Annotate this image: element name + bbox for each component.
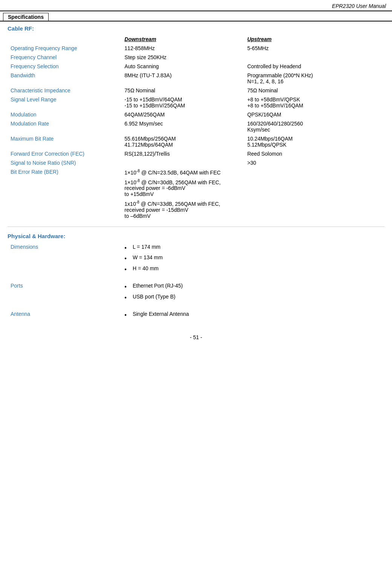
row-downstream xyxy=(121,158,244,167)
phys-label: Antenna xyxy=(8,309,121,323)
list-item: • Ethernet Port (RJ-45) xyxy=(124,283,381,291)
bullet-icon: • xyxy=(124,244,127,252)
page-number: - 51 - xyxy=(8,334,384,340)
row-upstream: QPSK/16QAM xyxy=(244,110,384,119)
antenna-list: • Single External Antenna xyxy=(124,311,381,319)
phys-label: Dimensions xyxy=(8,242,121,277)
table-row: Characteristic Impedance 75Ω Nominal 75Ω… xyxy=(8,86,384,95)
bullet-icon: • xyxy=(124,311,127,319)
table-row: Ports • Ethernet Port (RJ-45) • USB port… xyxy=(8,281,384,306)
spacer-row xyxy=(8,306,384,309)
ports-list: • Ethernet Port (RJ-45) • USB port (Type… xyxy=(124,283,381,302)
tab-row: Specifications xyxy=(0,11,392,21)
row-label: Operating Frequency Range xyxy=(8,44,121,53)
phys-label: Ports xyxy=(8,281,121,306)
list-item: • L = 174 mm xyxy=(124,244,381,252)
row-upstream: +8 to +58dBmV/QPSK+8 to +55dBmV/16QAM xyxy=(244,95,384,110)
list-item: • USB port (Type B) xyxy=(124,294,381,302)
row-downstream: RS(128,122)/Trellis xyxy=(121,149,244,158)
table-row: Modulation 64QAM/256QAM QPSK/16QAM xyxy=(8,110,384,119)
row-upstream: 10.24Mbps/16QAM5.12Mbps/QPSK xyxy=(244,134,384,149)
bullet-icon: • xyxy=(124,265,127,274)
cable-rf-section: Cable RF: Downstream Upstream Operating … xyxy=(8,25,384,220)
section-divider xyxy=(8,226,384,227)
row-downstream: 75Ω Nominal xyxy=(121,86,244,95)
phys-content: • Ethernet Port (RJ-45) • USB port (Type… xyxy=(121,281,384,306)
table-row: Bandwidth 8MHz (ITU-T J.83A) Programmabl… xyxy=(8,71,384,86)
row-upstream: Reed Solomon xyxy=(244,149,384,158)
table-row: Maximum Bit Rate 55.616Mbps/256QAM41.712… xyxy=(8,134,384,149)
spec-table: Downstream Upstream Operating Frequency … xyxy=(8,35,384,220)
bullet-icon: • xyxy=(124,294,127,302)
bullet-icon: • xyxy=(124,283,127,291)
header-upstream-cell: Upstream xyxy=(244,35,384,44)
row-upstream: >30 xyxy=(244,158,384,167)
phys-content: • L = 174 mm • W = 134 mm • H = 40 mm xyxy=(121,242,384,277)
row-upstream xyxy=(244,167,384,220)
spacer-row xyxy=(8,277,384,281)
table-row: Modulation Rate 6.952 Msym/sec 160/320/6… xyxy=(8,119,384,134)
cable-rf-title: Cable RF: xyxy=(8,25,384,32)
row-downstream: 55.616Mbps/256QAM41.712Mbps/64QAM xyxy=(121,134,244,149)
row-label: Frequency Channel xyxy=(8,53,121,62)
row-upstream: Controlled by Headend xyxy=(244,62,384,71)
row-downstream: 8MHz (ITU-T J.83A) xyxy=(121,71,244,86)
header-label-cell xyxy=(8,35,121,44)
row-downstream: -15 to +15dBmV/64QAM-15 to +15dBmV/256QA… xyxy=(121,95,244,110)
bullet-icon: • xyxy=(124,254,127,263)
physical-table: Dimensions • L = 174 mm • W = 134 mm xyxy=(8,242,384,323)
list-item: • W = 134 mm xyxy=(124,254,381,263)
row-label: Maximum Bit Rate xyxy=(8,134,121,149)
row-downstream: 6.952 Msym/sec xyxy=(121,119,244,134)
list-item: • H = 40 mm xyxy=(124,265,381,274)
row-label: Characteristic Impedance xyxy=(8,86,121,95)
downstream-header: Downstream xyxy=(124,36,156,42)
row-upstream: 160/320/640/1280/2560Ksym/sec xyxy=(244,119,384,134)
row-label: Bandwidth xyxy=(8,71,121,86)
dimensions-list: • L = 174 mm • W = 134 mm • H = 40 mm xyxy=(124,244,381,274)
table-row: Signal Level Range -15 to +15dBmV/64QAM-… xyxy=(8,95,384,110)
physical-hardware-section: Physical & Hardware: Dimensions • L = 17… xyxy=(8,233,384,323)
phys-content: • Single External Antenna xyxy=(121,309,384,323)
row-downstream: Auto Scanning xyxy=(121,62,244,71)
physical-title: Physical & Hardware: xyxy=(8,233,384,239)
row-downstream: 64QAM/256QAM xyxy=(121,110,244,119)
row-downstream: Step size 250KHz xyxy=(121,53,244,62)
row-label: Modulation xyxy=(8,110,121,119)
page-header: EPR2320 User Manual xyxy=(0,0,392,11)
header-downstream-cell: Downstream xyxy=(121,35,244,44)
upstream-header: Upstream xyxy=(247,36,272,42)
specifications-tab[interactable]: Specifications xyxy=(3,13,49,21)
row-label: Signal Level Range xyxy=(8,95,121,110)
table-row: Operating Frequency Range 112-858MHz 5-6… xyxy=(8,44,384,53)
row-label: Modulation Rate xyxy=(8,119,121,134)
row-upstream: Programmable (200*N KHz)N=1, 2, 4, 8, 16 xyxy=(244,71,384,86)
main-content: Cable RF: Downstream Upstream Operating … xyxy=(0,21,392,348)
row-upstream xyxy=(244,53,384,62)
row-label: Forward Error Correction (FEC) xyxy=(8,149,121,158)
row-label: Signal to Noise Ratio (SNR) xyxy=(8,158,121,167)
row-label: Frequency Selection xyxy=(8,62,121,71)
table-row: Forward Error Correction (FEC) RS(128,12… xyxy=(8,149,384,158)
table-header-row: Downstream Upstream xyxy=(8,35,384,44)
row-upstream: 5-65MHz xyxy=(244,44,384,53)
document-title: EPR2320 User Manual xyxy=(332,3,386,9)
table-row: Frequency Channel Step size 250KHz xyxy=(8,53,384,62)
table-row: Signal to Noise Ratio (SNR) >30 xyxy=(8,158,384,167)
row-downstream: 1×10-8 @ C/N=23.5dB, 64QAM with FEC 1×10… xyxy=(121,167,244,220)
table-row: Antenna • Single External Antenna xyxy=(8,309,384,323)
list-item: • Single External Antenna xyxy=(124,311,381,319)
table-row: Dimensions • L = 174 mm • W = 134 mm xyxy=(8,242,384,277)
table-row: Bit Error Rate (BER) 1×10-8 @ C/N=23.5dB… xyxy=(8,167,384,220)
row-upstream: 75Ω Nominal xyxy=(244,86,384,95)
row-downstream: 112-858MHz xyxy=(121,44,244,53)
row-label: Bit Error Rate (BER) xyxy=(8,167,121,220)
table-row: Frequency Selection Auto Scanning Contro… xyxy=(8,62,384,71)
